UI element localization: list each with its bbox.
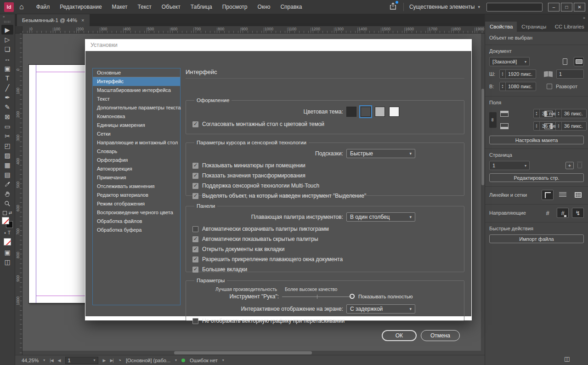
checkbox[interactable] [192,121,198,127]
checkbox-row[interactable]: Показывать миниатюры при помещении [192,162,458,169]
menu-item-7[interactable]: Окно [253,0,276,14]
live-screen-dropdown[interactable]: С задержкой ▾ [346,304,415,314]
next-page-button[interactable]: ▶ [103,358,106,363]
checkbox-row[interactable]: Большие вкладки [192,266,458,273]
checkbox-row[interactable]: Согласовать монтажный стол с цветовой те… [192,121,458,127]
prefs-section-item[interactable]: Режим отображения [93,200,180,208]
home-icon[interactable]: ⌂ [19,3,24,11]
checkbox-row[interactable]: Автоматически показывать скрытые палитры [192,236,458,242]
vertical-ruler[interactable]: 01002003004005006007008009001000 [15,34,23,355]
spread-view-icon[interactable]: ◫ [564,355,570,362]
hand-tool-slider[interactable] [282,297,352,297]
lock-guides-button[interactable]: # [557,208,569,218]
checkbox[interactable] [192,173,198,179]
checkbox[interactable] [192,236,198,242]
stepper-icon[interactable]: ▲▼ [556,122,562,130]
facing-pages-checkbox[interactable] [547,84,552,89]
link-margins-button[interactable]: ∞ [489,112,497,128]
pencil-tool[interactable]: ✎ [1,102,13,112]
prefs-section-item[interactable]: Обработка файлов [93,217,180,226]
smart-guides-button[interactable]: ↯ [572,208,584,218]
direct-selection-tool[interactable]: ▷ [1,34,13,44]
preflight-icon[interactable]: ◔ [118,357,121,364]
view-options-button[interactable]: ◫ [1,257,13,267]
checkbox[interactable] [192,246,198,252]
prefs-section-item[interactable]: Текст [93,95,180,103]
prefs-section-item[interactable]: Сетки [93,130,180,138]
search-input[interactable] [486,3,543,11]
edit-page-button[interactable]: Редактировать стр. [489,173,584,182]
checkbox[interactable] [192,193,198,199]
color-theme-swatch[interactable] [361,107,371,117]
last-page-button[interactable]: ▶| [110,358,113,363]
eyedropper-tool[interactable] [1,179,13,189]
gradient-feather-tool[interactable]: ▦ [1,160,13,170]
close-button[interactable]: ✕ [574,3,585,11]
menu-item-1[interactable]: Редактирование [55,0,107,14]
free-transform-tool[interactable]: ◰ [1,141,13,150]
maximize-button[interactable]: □ [561,3,572,11]
fill-swatch-none[interactable] [2,217,9,224]
document-grid-button[interactable] [572,190,584,200]
delete-page-button[interactable] [577,163,582,168]
stepper-icon[interactable]: ▲▼ [500,70,506,78]
previous-page-button[interactable]: ◀ [58,358,61,363]
stepper-icon[interactable]: ▲▼ [534,109,540,118]
hand-tool[interactable] [1,189,13,199]
checkbox-row[interactable]: Автоматически сворачивать палитры пиктог… [192,226,458,232]
workspace-switcher[interactable]: Существенные элементы ▾ [409,4,480,10]
formatting-container-icon[interactable]: ▪ [4,230,6,235]
prefs-section-item[interactable]: Основные [93,68,180,77]
scissors-tool[interactable]: ✂ [1,131,13,141]
add-page-button[interactable]: + [565,162,574,169]
checkbox[interactable] [192,226,198,232]
margin-field[interactable]: ▲▼36 пикс. [555,121,587,131]
panel-tab-0[interactable]: Свойства [485,22,517,32]
preflight-profile[interactable]: [Основной] (рабо... [126,358,170,363]
orientation-landscape-button[interactable] [574,57,584,66]
formatting-text-icon[interactable]: T [8,230,11,235]
screen-mode-button[interactable]: ▣ [1,247,13,257]
prefs-section-item[interactable]: Интерфейс [93,77,180,86]
page-dropdown[interactable]: 1 ▾ [489,161,530,170]
scrollbar-thumb[interactable] [481,89,484,185]
prefs-section-item[interactable]: Направляющие и монтажный стол [93,138,180,147]
first-page-button[interactable]: |◀ [50,358,53,363]
checkbox[interactable] [192,183,198,189]
preflight-errors-label[interactable]: Ошибок нет [190,358,218,363]
ruler-origin[interactable] [15,26,23,34]
ok-button[interactable]: ОК [382,330,417,341]
menu-item-2[interactable]: Макет [107,0,133,14]
prefs-section-item[interactable]: Орфография [93,156,180,165]
prefs-section-item[interactable]: Отслеживать изменения [93,182,180,191]
menu-item-3[interactable]: Текст [133,0,157,14]
width-field[interactable]: ▲▼ 1920 пикс. [499,69,536,79]
document-tab[interactable]: Безымянный-1 @ 44% × [17,14,90,26]
color-theme-swatch[interactable] [375,107,385,117]
pen-tool[interactable]: ✒ [1,92,13,102]
frame-tool[interactable]: ⊠ [1,112,13,121]
prefs-section-item[interactable]: Компоновка [93,112,180,121]
page-number-field[interactable]: 1 ▾ [65,357,98,364]
show-guides-button[interactable]: # [542,208,554,218]
checkbox-row[interactable]: Поддержка сенсорной технологии Multi-Tou… [192,182,458,189]
stepper-icon[interactable]: ▲▼ [534,122,540,130]
prefs-section-item[interactable]: Автокоррекция [93,165,180,173]
menu-item-4[interactable]: Объект [157,0,186,14]
menu-item-5[interactable]: Таблица [186,0,217,14]
prefs-section-item[interactable]: Единицы измерения [93,121,180,130]
import-file-button[interactable]: Импорт файла [489,234,584,243]
slider-handle[interactable] [350,294,355,299]
checkbox[interactable] [192,163,198,169]
gap-tool[interactable]: ↔ [1,54,13,63]
orientation-portrait-button[interactable] [560,57,570,66]
checkbox-row[interactable]: Открыть документы как вкладки [192,246,458,252]
checkbox-row[interactable]: Выделять объект, на который наведен инст… [192,193,458,199]
collapse-panel-icon[interactable]: » [583,16,585,20]
checkbox-row[interactable]: Не отображать векторную графику при пере… [192,318,458,324]
share-button[interactable] [389,2,397,11]
stepper-icon[interactable]: ▲▼ [556,109,562,118]
prefs-section-item[interactable]: Редактор материалов [93,191,180,200]
menu-item-8[interactable]: Справка [275,0,307,14]
type-tool[interactable]: T [1,73,13,83]
